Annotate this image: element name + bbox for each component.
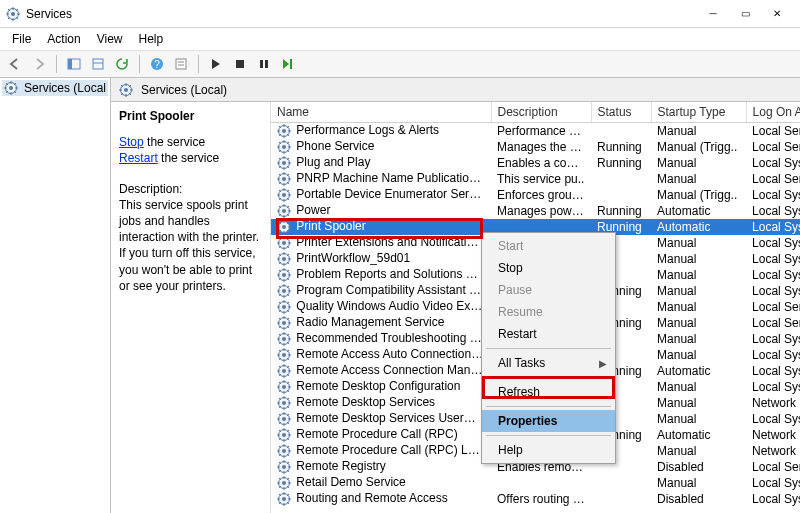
help-button[interactable]: ? [146,53,168,75]
cell-status [591,123,651,139]
cell-startup: Manual [651,379,746,395]
ctx-restart[interactable]: Restart [482,323,615,345]
refresh-button[interactable] [111,53,133,75]
table-row[interactable]: Portable Device Enumerator ServiceEnforc… [271,187,800,203]
cell-logon: Local System [746,283,800,299]
cell-startup: Manual [651,315,746,331]
titlebar[interactable]: Services ─ ▭ ✕ [0,0,800,28]
column-header-row[interactable]: Name Description Status Startup Type Log… [271,102,800,123]
cell-name: Portable Device Enumerator Service [271,187,491,203]
cell-logon: Local System [746,187,800,203]
cell-name: Retail Demo Service [271,475,491,491]
cell-desc: Manages the te.. [491,139,591,155]
tree-pane[interactable]: Services (Local [0,78,111,513]
cell-name: Remote Procedure Call (RPC) Locator [271,443,491,459]
cell-desc: Enables a comp.. [491,155,591,171]
cell-name: PrintWorkflow_59d01 [271,251,491,267]
cell-status [591,171,651,187]
cell-name: Remote Access Auto Connection Man.. [271,347,491,363]
cell-logon: Local Service [746,139,800,155]
table-row[interactable]: PowerManages powe..RunningAutomaticLocal… [271,203,800,219]
ctx-refresh[interactable]: Refresh [482,381,615,403]
cell-startup: Automatic [651,219,746,235]
cell-desc: Offers routing s.. [491,491,591,507]
cell-name: PNRP Machine Name Publication Service [271,171,491,187]
cell-name: Program Compatibility Assistant Servi.. [271,283,491,299]
svg-rect-3 [68,59,72,69]
cell-name: Remote Desktop Configuration [271,379,491,395]
menu-help[interactable]: Help [131,30,172,48]
svg-text:?: ? [154,59,160,70]
col-description[interactable]: Description [491,102,591,123]
table-row[interactable]: Performance Logs & AlertsPerformance Lo.… [271,123,800,139]
menu-view[interactable]: View [89,30,131,48]
cell-name: Remote Registry [271,459,491,475]
back-button[interactable] [4,53,26,75]
cell-logon: Local System [746,235,800,251]
ctx-start[interactable]: Start [482,235,615,257]
table-row[interactable]: PNRP Machine Name Publication ServiceThi… [271,171,800,187]
ctx-stop[interactable]: Stop [482,257,615,279]
svg-rect-12 [260,60,263,68]
col-name[interactable]: Name [271,102,491,123]
cell-logon: Local System [746,379,800,395]
cell-name: Routing and Remote Access [271,491,491,507]
cell-logon: Local System [746,203,800,219]
ctx-resume[interactable]: Resume [482,301,615,323]
cell-name: Power [271,203,491,219]
export-button[interactable] [87,53,109,75]
ctx-help[interactable]: Help [482,439,615,461]
show-hide-tree-button[interactable] [63,53,85,75]
pause-service-button[interactable] [253,53,275,75]
col-startup[interactable]: Startup Type [651,102,746,123]
cell-desc [491,475,591,491]
main-header-label: Services (Local) [141,83,227,97]
properties-button[interactable] [170,53,192,75]
table-row[interactable]: Routing and Remote AccessOffers routing … [271,491,800,507]
context-menu[interactable]: Start Stop Pause Resume Restart All Task… [481,232,616,464]
svg-rect-4 [93,59,103,69]
cell-name: Remote Procedure Call (RPC) [271,427,491,443]
ctx-properties[interactable]: Properties [482,410,615,432]
description-label: Description: [119,181,262,197]
services-icon [6,6,22,21]
table-row[interactable]: Phone ServiceManages the te..RunningManu… [271,139,800,155]
forward-button[interactable] [28,53,50,75]
description-text: This service spools print jobs and handl… [119,197,262,294]
cell-desc: This service pu.. [491,171,591,187]
stop-service-button[interactable] [229,53,251,75]
cell-logon: Local System [746,363,800,379]
restart-service-button[interactable] [277,53,299,75]
cell-logon: Local System [746,347,800,363]
restart-link[interactable]: Restart [119,151,158,165]
table-row[interactable]: Plug and PlayEnables a comp..RunningManu… [271,155,800,171]
main-header: Services (Local) [111,78,800,102]
cell-logon: Local System [746,219,800,235]
menu-action[interactable]: Action [39,30,88,48]
ctx-pause[interactable]: Pause [482,279,615,301]
tree-root-services[interactable]: Services (Local [2,80,108,96]
minimize-button[interactable]: ─ [706,7,720,21]
cell-startup: Disabled [651,491,746,507]
cell-status [591,491,651,507]
ctx-all-tasks[interactable]: All Tasks▶ [482,352,615,374]
cell-startup: Manual [651,475,746,491]
cell-name: Quality Windows Audio Video Experie.. [271,299,491,315]
cell-logon: Local System [746,251,800,267]
cell-logon: Local System [746,331,800,347]
cell-logon: Local System [746,491,800,507]
stop-link[interactable]: Stop [119,135,144,149]
close-button[interactable]: ✕ [770,7,784,21]
cell-startup: Manual [651,395,746,411]
col-logon[interactable]: Log On As [746,102,800,123]
maximize-button[interactable]: ▭ [738,7,752,21]
cell-logon: Network Se... [746,427,800,443]
cell-logon: Local Service [746,299,800,315]
menu-file[interactable]: File [4,30,39,48]
svg-rect-8 [176,59,186,69]
col-status[interactable]: Status [591,102,651,123]
cell-status [591,187,651,203]
table-row[interactable]: Retail Demo ServiceManualLocal System [271,475,800,491]
cell-name: Plug and Play [271,155,491,171]
start-service-button[interactable] [205,53,227,75]
